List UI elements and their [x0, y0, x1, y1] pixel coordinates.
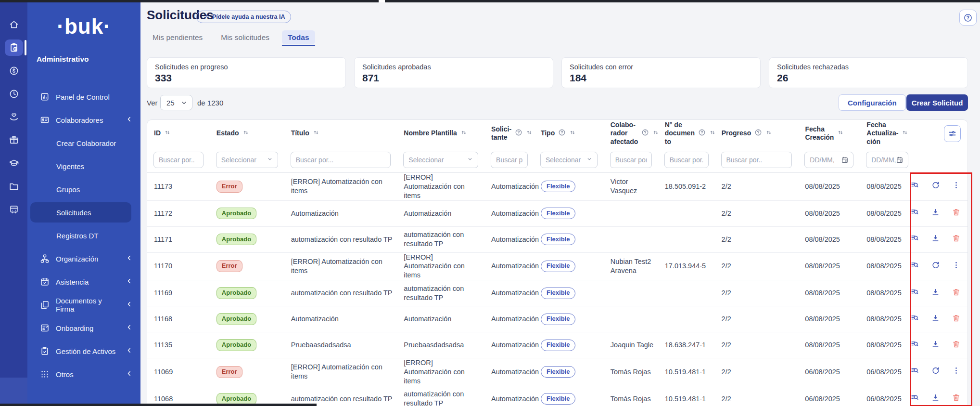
rail-item-hand-heart[interactable] — [5, 109, 23, 125]
column-header-solici-tante[interactable]: Solici- tante — [484, 125, 534, 142]
search-list-action-button[interactable] — [910, 234, 919, 245]
filter-select-col-3[interactable]: Seleccionar — [403, 152, 478, 168]
question-icon[interactable] — [641, 129, 649, 136]
column-settings-button[interactable] — [944, 125, 961, 142]
rail-item-home[interactable] — [5, 16, 23, 33]
column-header-estado[interactable]: Estado — [210, 129, 284, 138]
filter-input-col-7[interactable] — [664, 152, 709, 168]
trash-action-button[interactable] — [952, 393, 961, 405]
sidebar-item-panel-de-control[interactable]: Panel de Control — [27, 85, 140, 108]
column-header-fecha-actualiza-ci-n[interactable]: Fecha Actualiza- ción — [860, 121, 915, 145]
download-action-button[interactable] — [931, 234, 940, 245]
trash-action-button[interactable] — [952, 340, 961, 351]
sidebar-subitem-grupos[interactable]: Grupos — [27, 178, 140, 201]
refresh-action-button[interactable] — [931, 181, 940, 192]
download-action-button[interactable] — [931, 288, 940, 299]
column-header-t-tulo[interactable]: Título — [284, 129, 397, 138]
rail-item-bus[interactable] — [5, 201, 23, 218]
kebab-action-button[interactable] — [952, 181, 961, 192]
filter-date-col-9[interactable]: DD/MM, — [804, 152, 853, 168]
sort-icon[interactable] — [569, 129, 576, 136]
search-list-action-button[interactable] — [910, 314, 919, 325]
sort-icon[interactable] — [902, 129, 908, 136]
sidebar-subitem-vigentes[interactable]: Vigentes — [27, 155, 140, 178]
trash-action-button[interactable] — [952, 208, 961, 219]
rail-item-graduation-cap[interactable] — [5, 155, 23, 171]
column-header-fecha-creaci-n[interactable]: Fecha Creación — [799, 125, 860, 142]
sidebar-subitem-solicitudes[interactable]: Solicitudes — [30, 202, 131, 223]
filter-date-col-10[interactable]: DD/MM, — [866, 152, 908, 168]
sidebar-item-asistencia[interactable]: Asistencia — [27, 270, 140, 293]
sidebar-item-colaboradores[interactable]: Colaboradores — [27, 108, 140, 131]
sort-icon[interactable] — [765, 129, 772, 136]
create-request-button[interactable]: Crear Solicitud — [906, 94, 968, 111]
kebab-action-button[interactable] — [952, 366, 961, 378]
sort-icon[interactable] — [460, 129, 467, 136]
tab-mis-solicitudes[interactable]: Mis solicitudes — [215, 30, 275, 44]
table-cell: Error — [210, 366, 284, 378]
table-cell: Automatización — [484, 314, 534, 324]
help-button[interactable] — [959, 10, 977, 26]
filter-input-col-2[interactable] — [291, 152, 391, 168]
tab-todas[interactable]: Todas — [282, 30, 315, 44]
kebab-action-button[interactable] — [952, 261, 961, 272]
column-header-id[interactable]: ID — [147, 129, 210, 138]
question-icon[interactable] — [558, 129, 566, 136]
column-header-progreso[interactable]: Progreso — [715, 129, 799, 138]
column-header-colabo-rador-afectado[interactable]: Colabo- rador afectado — [604, 121, 658, 145]
download-action-button[interactable] — [931, 314, 940, 325]
search-list-action-button[interactable] — [910, 393, 919, 405]
search-list-action-button[interactable] — [910, 340, 919, 351]
search-list-action-button[interactable] — [910, 261, 919, 272]
table-cell: Flexible — [534, 393, 604, 405]
column-header-nombre-plantilla[interactable]: Nombre Plantilla — [397, 129, 484, 138]
sidebar-subitem-crear-colaborador[interactable]: Crear Colaborador — [27, 131, 140, 155]
sort-icon[interactable] — [164, 129, 171, 136]
status-badge: Error — [216, 181, 242, 193]
ai-help-button[interactable]: Pídele ayuda a nuestra IA — [196, 11, 291, 23]
search-list-action-button[interactable] — [910, 208, 919, 219]
question-icon[interactable] — [515, 129, 522, 136]
sort-icon[interactable] — [526, 129, 533, 136]
filter-input-col-8[interactable] — [721, 152, 792, 168]
column-header-tipo[interactable]: Tipo — [534, 129, 604, 138]
search-list-action-button[interactable] — [910, 366, 919, 378]
search-list-action-button[interactable] — [910, 181, 919, 192]
sort-icon[interactable] — [837, 129, 844, 136]
rail-item-coin[interactable] — [5, 63, 23, 79]
download-action-button[interactable] — [931, 208, 940, 219]
page-size-select[interactable]: 25 — [160, 95, 192, 110]
question-icon[interactable] — [698, 129, 706, 136]
column-header-n-de-documen-to[interactable]: N° de documen to — [658, 121, 715, 145]
rail-item-clock[interactable] — [5, 86, 23, 102]
tab-mis-pendientes[interactable]: Mis pendientes — [147, 30, 208, 44]
download-action-button[interactable] — [931, 393, 940, 405]
configuration-button[interactable]: Configuración — [839, 94, 906, 111]
sidebar-item-documentos-y-firma[interactable]: Documentos y Firma — [27, 293, 140, 316]
sidebar-subitem-registros-dt[interactable]: Registros DT — [27, 224, 140, 247]
refresh-action-button[interactable] — [931, 261, 940, 272]
download-action-button[interactable] — [931, 340, 940, 351]
sidebar-item-onboarding[interactable]: Onboarding — [27, 316, 140, 340]
refresh-action-button[interactable] — [931, 366, 940, 378]
trash-action-button[interactable] — [952, 314, 961, 325]
sort-icon[interactable] — [313, 129, 319, 136]
rail-item-folder[interactable] — [5, 178, 23, 195]
sidebar-item-label: Onboarding — [56, 324, 93, 332]
filter-input-col-4[interactable] — [491, 152, 528, 168]
sidebar-item-gesti-n-de-activos[interactable]: Gestión de Activos — [27, 340, 140, 363]
search-list-action-button[interactable] — [910, 288, 919, 299]
filter-input-col-6[interactable] — [610, 152, 652, 168]
rail-item-gift[interactable] — [5, 132, 23, 148]
trash-action-button[interactable] — [952, 288, 961, 299]
filter-select-col-5[interactable]: Seleccionar — [540, 152, 598, 168]
table-cell: 2/2 — [715, 394, 799, 404]
sidebar-item-otros[interactable]: Otros — [27, 363, 140, 386]
filter-input-col-0[interactable] — [153, 152, 204, 168]
filter-select-col-1[interactable]: Seleccionar — [216, 152, 278, 168]
rail-item-clipboard-clock[interactable] — [5, 39, 23, 56]
question-icon[interactable] — [754, 129, 762, 136]
sort-icon[interactable] — [242, 129, 249, 136]
sidebar-item-organizaci-n[interactable]: Organización — [27, 247, 140, 270]
trash-action-button[interactable] — [952, 234, 961, 245]
